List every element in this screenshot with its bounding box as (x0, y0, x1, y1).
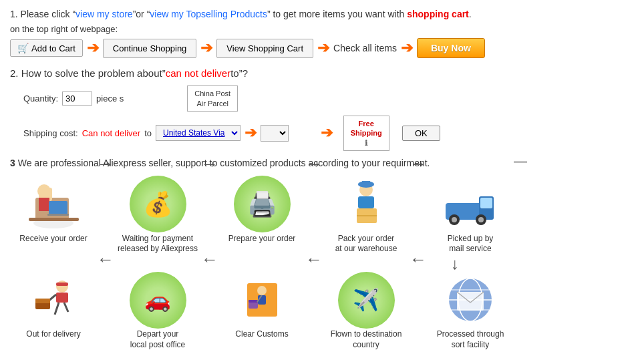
receive-label: Receive your order (19, 234, 87, 244)
depart-icon: 🚗 (128, 273, 188, 327)
step1-text2: ”or “ (133, 9, 150, 19)
check-all-items-text: Check all items (333, 43, 397, 53)
step2-section: 2. How to solve the problem about”can no… (10, 67, 630, 150)
sort-label: Processed through sort facility (437, 329, 504, 350)
svg-rect-28 (35, 299, 50, 303)
arrow1: ➔ (87, 39, 99, 57)
svg-rect-32 (249, 302, 258, 309)
flow-item-prepare: 🖨️ Prepare your order (218, 178, 305, 244)
quantity-row: Quantity: piece s China Post Air Parcel (10, 85, 630, 112)
step1-text4: . (469, 9, 472, 19)
step1-text3: ” to get more items you want with (267, 9, 407, 19)
step2-text: How to solve the problem about” (21, 67, 166, 79)
ontop-text: on the top right of webpage: (10, 24, 630, 34)
pack-icon (336, 178, 396, 231)
quantity-input[interactable] (62, 92, 92, 106)
free-label: Free (351, 119, 382, 128)
piece-s-label: piece s (96, 94, 124, 104)
svg-point-4 (37, 184, 51, 198)
flown-icon: ✈️ (336, 273, 396, 327)
flow-bar: 🛒 Add to Cart ➔ Continue Shopping ➔ View… (10, 38, 630, 58)
arrow-l4: ← (410, 249, 427, 270)
china-post-box: China Post Air Parcel (187, 85, 238, 112)
arrow4: ➔ (401, 39, 413, 57)
prepare-label: Prepare your order (228, 234, 296, 244)
shipping-method-dropdown[interactable] (261, 125, 289, 142)
svg-rect-3 (29, 218, 79, 221)
step2-number: 2. (10, 67, 19, 79)
svg-rect-16 (480, 198, 492, 208)
shipping-label2: Shipping (351, 128, 382, 138)
step2-paragraph: 2. How to solve the problem about”can no… (10, 67, 630, 79)
arrow-l2: ← (201, 249, 218, 270)
cannot-deliver-text: can not deliver (166, 67, 231, 79)
flown-label: Flown to destination country (331, 329, 402, 350)
view-store-link[interactable]: view my store (75, 9, 133, 19)
customs-label: Clear Customs (235, 329, 288, 340)
svg-rect-23 (56, 283, 68, 286)
cart-icon: 🛒 (17, 43, 29, 53)
arrow-shipping: ➔ (245, 124, 257, 142)
step1-section: 1. Please click “view my store”or “view … (10, 7, 630, 34)
arrow-r3: → (305, 154, 323, 174)
pickup-icon (440, 178, 500, 231)
step1-paragraph: 1. Please click “view my store”or “view … (10, 7, 630, 21)
arrow3: ➔ (317, 39, 329, 57)
china-post-line2: Air Parcel (194, 99, 230, 108)
view-topselling-link[interactable]: view my Topselling Products (150, 9, 267, 19)
svg-point-30 (257, 286, 267, 295)
sort-icon (440, 273, 500, 327)
customs-icon (232, 273, 292, 327)
flow-item-pack: Pack your order at our warehouse (323, 178, 410, 254)
svg-rect-22 (56, 293, 68, 303)
outdelivery-label: Out for delivery (26, 329, 80, 340)
step3-number: 3 (10, 158, 15, 168)
free-shipping-box: Free Shipping ℹ (343, 116, 389, 151)
buy-now-button[interactable]: Buy Now (417, 38, 485, 58)
pickup-label: Picked up by mail service (448, 234, 494, 254)
svg-rect-9 (358, 196, 374, 208)
arrow-to-free: ➔ (321, 124, 333, 142)
arrow-r1: → (97, 154, 114, 174)
dash-end: — (514, 154, 527, 169)
svg-point-21 (56, 281, 68, 293)
add-to-cart-label: Add to Cart (31, 43, 75, 53)
flow-item-flown: ✈️ Flown to destination country (323, 273, 410, 350)
svg-line-25 (64, 303, 68, 312)
prepare-icon: 🖨️ (232, 178, 292, 231)
cannot-deliver-label: Can not deliver (82, 128, 140, 138)
arrow-l3: ← (305, 249, 323, 270)
step1-number: 1. (10, 9, 18, 19)
svg-rect-5 (39, 198, 49, 211)
shipping-label: Shipping cost: (23, 128, 78, 138)
step2-text2: to”? (230, 67, 248, 79)
shopping-cart-link[interactable]: shopping cart (407, 9, 469, 19)
flow-item-pickup: Picked up by mail service (427, 178, 514, 254)
flow-row1: Receive your order → 💰 Waiting for payme… (10, 178, 630, 254)
receive-icon (23, 178, 84, 231)
down-arrow: ↓ (451, 254, 459, 273)
add-to-cart-button[interactable]: 🛒 Add to Cart (10, 39, 83, 57)
continue-shopping-button[interactable]: Continue Shopping (103, 39, 197, 58)
svg-point-18 (452, 217, 457, 222)
arrow-r2: → (201, 154, 218, 174)
payment-icon: 💰 (128, 178, 188, 231)
svg-rect-11 (362, 181, 370, 186)
flow-row2: Out for delivery ← 🚗 Depart your local p… (10, 273, 630, 350)
view-shopping-cart-button[interactable]: View Shopping Cart (216, 39, 313, 58)
country-select[interactable]: United States Via (156, 125, 241, 141)
svg-line-24 (55, 303, 59, 315)
outdelivery-icon (23, 273, 84, 327)
flow-item-payment: 💰 Waiting for payment released by Aliexp… (114, 178, 201, 254)
connector-down: ↓ (10, 254, 464, 273)
info-icon: ℹ (351, 138, 382, 148)
step3-text: We are professional Aliexpress seller, s… (18, 158, 430, 168)
pack-label: Pack your order at our warehouse (335, 234, 397, 254)
ok-button[interactable]: OK (402, 126, 440, 141)
step1-text1: Please click “ (21, 9, 75, 19)
flow-item-receive: Receive your order (10, 178, 97, 244)
flow-item-outdelivery: Out for delivery (10, 273, 97, 340)
shipping-cost-row: Shipping cost: Can not deliver to United… (10, 116, 630, 151)
qty-label: Quantity: (23, 94, 58, 104)
flow-item-sort: Processed through sort facility (427, 273, 514, 350)
